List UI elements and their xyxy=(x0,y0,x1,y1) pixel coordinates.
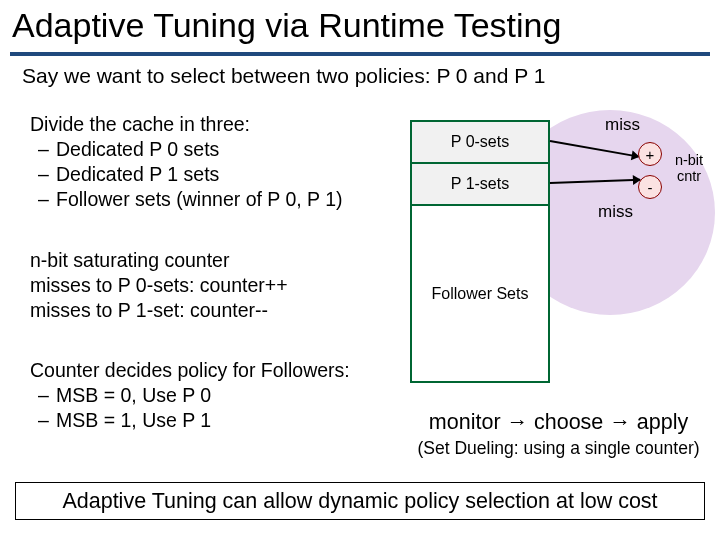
list-item: Dedicated P 0 sets xyxy=(30,137,400,162)
title-rule xyxy=(10,52,710,56)
block2-l3: misses to P 1-set: counter-- xyxy=(30,298,400,323)
block3-intro: Counter decides policy for Followers: xyxy=(30,358,400,383)
text-block-decides: Counter decides policy for Followers: MS… xyxy=(30,358,400,433)
list-item: MSB = 1, Use P 1 xyxy=(30,408,400,433)
text-block-counter: n-bit saturating counter misses to P 0-s… xyxy=(30,248,400,323)
follower-sets-row: Follower Sets xyxy=(412,206,548,381)
block1-intro: Divide the cache in three: xyxy=(30,112,400,137)
slide-title: Adaptive Tuning via Runtime Testing xyxy=(12,6,561,45)
footer-text: Adaptive Tuning can allow dynamic policy… xyxy=(62,489,657,514)
block2-l2: misses to P 0-sets: counter++ xyxy=(30,273,400,298)
p1-sets-row: P 1-sets xyxy=(412,164,548,206)
footer-box: Adaptive Tuning can allow dynamic policy… xyxy=(15,482,705,520)
minus-icon: - xyxy=(638,175,662,199)
slide-subtitle: Say we want to select between two polici… xyxy=(22,64,545,88)
list-item: Follower sets (winner of P 0, P 1) xyxy=(30,187,400,212)
miss-label-top: miss xyxy=(605,115,640,135)
block2-l1: n-bit saturating counter xyxy=(30,248,400,273)
p0-sets-row: P 0-sets xyxy=(412,122,548,164)
list-item: MSB = 0, Use P 0 xyxy=(30,383,400,408)
miss-label-bottom: miss xyxy=(598,202,633,222)
slide: Adaptive Tuning via Runtime Testing Say … xyxy=(0,0,720,540)
diagram: P 0-sets P 1-sets Follower Sets miss mis… xyxy=(410,120,710,420)
list-item: Dedicated P 1 sets xyxy=(30,162,400,187)
cache-box: P 0-sets P 1-sets Follower Sets xyxy=(410,120,550,383)
plus-icon: + xyxy=(638,142,662,166)
monitor-line: monitor → choose → apply xyxy=(406,410,711,435)
dueling-line: (Set Dueling: using a single counter) xyxy=(406,438,711,459)
counter-label: n-bit cntr xyxy=(668,153,710,185)
text-block-divide: Divide the cache in three: Dedicated P 0… xyxy=(30,112,400,212)
